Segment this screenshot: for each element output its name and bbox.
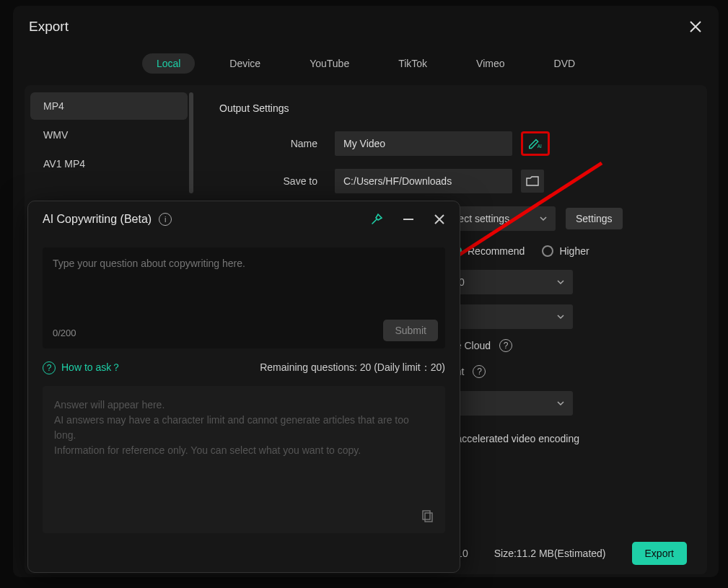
howto-link[interactable]: ? How to ask？ [43,361,121,374]
format-av1mp4[interactable]: AV1 MP4 [30,150,188,177]
modal-header: Export [13,6,719,40]
copy-icon[interactable] [422,510,435,523]
radio-recommend[interactable]: Recommend [450,245,525,257]
light-row: ght ? [450,365,681,378]
footer-size: Size:11.2 MB(Estimated) [494,548,606,559]
info-icon[interactable]: i [159,213,172,226]
name-label: Name [219,138,335,149]
tab-tiktok[interactable]: TikTok [384,53,442,74]
ai-pencil-icon[interactable]: AI [527,136,543,151]
tab-device[interactable]: Device [215,53,275,74]
modal-title: Export [29,19,69,35]
ai-name-highlight: AI [521,131,550,156]
chevron-down-icon [557,278,564,286]
folder-icon[interactable] [521,170,544,193]
answer-placeholder-2: AI answers may have a character limit an… [54,413,434,443]
svg-rect-2 [425,513,432,522]
minimize-icon[interactable] [403,219,413,220]
export-button[interactable]: Export [632,542,687,565]
tab-vimeo[interactable]: Vimeo [462,53,519,74]
quality-radio-row: Recommend Higher [450,245,681,257]
tab-youtube[interactable]: YouTube [295,53,364,74]
output-settings-title: Output Settings [219,102,681,114]
close-icon[interactable] [688,19,703,34]
question-input[interactable] [53,258,435,320]
saveto-label: Save to [219,175,335,187]
chevron-down-icon [557,400,564,407]
chevron-down-icon [540,215,547,222]
help-icon[interactable]: ? [473,365,486,378]
select-2[interactable] [450,391,573,416]
close-icon[interactable] [434,214,445,225]
radio-recommend-label: Recommend [468,245,525,257]
select-1[interactable] [450,304,573,329]
export-tabs: Local Device YouTube TikTok Vimeo DVD [13,53,719,74]
answer-placeholder-3: Information for reference only. You can … [54,443,434,458]
help-icon: ? [43,361,56,374]
svg-text:AI: AI [538,144,542,149]
question-box: 0/200 Submit [43,247,445,348]
chevron-down-icon [557,313,564,320]
tab-dvd[interactable]: DVD [540,53,590,74]
preset-row: project settings Settings [433,206,681,231]
remaining-label: Remaining questions: 20 (Daily limit：20) [260,361,445,374]
format-mp4[interactable]: MP4 [30,92,188,120]
encoding-label: ) accelerated video encoding [450,433,681,444]
saveto-input[interactable] [335,169,512,193]
howto-label: How to ask？ [61,361,121,374]
howto-row: ? How to ask？ Remaining questions: 20 (D… [43,361,445,374]
radio-higher[interactable]: Higher [542,245,589,257]
ai-popup-title: AI Copywriting (Beta) [43,213,152,226]
radio-higher-label: Higher [559,245,589,257]
name-input[interactable] [335,131,512,156]
svg-rect-3 [423,511,430,519]
saveto-row: Save to [219,169,681,193]
help-icon[interactable]: ? [499,339,512,352]
select-0[interactable]: 0 [450,270,573,294]
radio-higher-circle [542,245,553,257]
ai-copywriting-popup: AI Copywriting (Beta) i 0/200 Submit ? H… [27,201,460,573]
pin-icon[interactable] [370,213,383,226]
answer-placeholder-1: Answer will appear here. [54,398,434,413]
cloud-row: he Cloud ? [450,339,681,352]
ai-popup-header: AI Copywriting (Beta) i [43,213,445,226]
name-row: Name AI [219,131,681,156]
answer-box: Answer will appear here. AI answers may … [43,386,445,533]
settings-button[interactable]: Settings [566,208,623,229]
tab-local[interactable]: Local [142,53,195,74]
char-count: 0/200 [53,328,76,338]
submit-button[interactable]: Submit [383,320,438,341]
format-wmv[interactable]: WMV [30,121,188,149]
